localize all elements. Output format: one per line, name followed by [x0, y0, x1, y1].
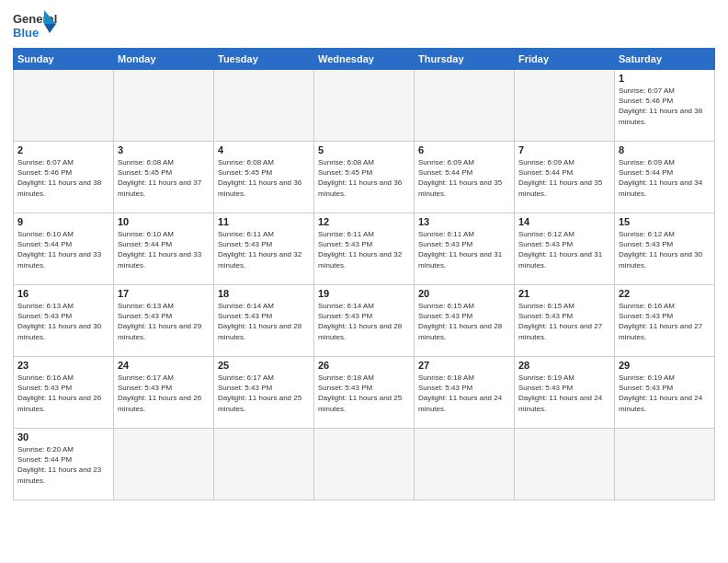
- day-info: Sunrise: 6:18 AMSunset: 5:43 PMDaylight:…: [318, 373, 410, 414]
- calendar-day-cell: [515, 429, 615, 500]
- calendar-day-cell: 13Sunrise: 6:11 AMSunset: 5:43 PMDayligh…: [415, 213, 515, 285]
- day-number: 29: [619, 360, 711, 371]
- weekday-header-thursday: Thursday: [415, 49, 515, 70]
- day-info: Sunrise: 6:12 AMSunset: 5:43 PMDaylight:…: [518, 229, 610, 270]
- day-info: Sunrise: 6:07 AMSunset: 5:46 PMDaylight:…: [619, 86, 711, 127]
- day-info: Sunrise: 6:16 AMSunset: 5:43 PMDaylight:…: [17, 373, 109, 414]
- day-number: 20: [418, 288, 510, 299]
- calendar-day-cell: 26Sunrise: 6:18 AMSunset: 5:43 PMDayligh…: [314, 357, 415, 429]
- calendar-day-cell: [214, 429, 314, 500]
- svg-text:Blue: Blue: [13, 26, 39, 40]
- calendar-day-cell: 17Sunrise: 6:13 AMSunset: 5:43 PMDayligh…: [114, 285, 214, 357]
- day-info: Sunrise: 6:13 AMSunset: 5:43 PMDaylight:…: [118, 301, 210, 342]
- day-number: 15: [619, 216, 711, 227]
- day-number: 4: [218, 144, 310, 155]
- calendar-week-row: 30Sunrise: 6:20 AMSunset: 5:44 PMDayligh…: [14, 429, 715, 500]
- calendar-day-cell: [314, 429, 415, 500]
- weekday-header-saturday: Saturday: [615, 49, 715, 70]
- day-info: Sunrise: 6:11 AMSunset: 5:43 PMDaylight:…: [318, 229, 410, 270]
- calendar-week-row: 9Sunrise: 6:10 AMSunset: 5:44 PMDaylight…: [14, 213, 715, 285]
- day-info: Sunrise: 6:20 AMSunset: 5:44 PMDaylight:…: [17, 444, 109, 486]
- calendar-day-cell: 21Sunrise: 6:15 AMSunset: 5:43 PMDayligh…: [515, 285, 615, 357]
- calendar-day-cell: 2Sunrise: 6:07 AMSunset: 5:46 PMDaylight…: [14, 142, 114, 213]
- calendar-day-cell: 28Sunrise: 6:19 AMSunset: 5:43 PMDayligh…: [515, 357, 615, 429]
- calendar-day-cell: 15Sunrise: 6:12 AMSunset: 5:43 PMDayligh…: [615, 213, 715, 285]
- calendar-day-cell: 16Sunrise: 6:13 AMSunset: 5:43 PMDayligh…: [14, 285, 114, 357]
- day-info: Sunrise: 6:08 AMSunset: 5:45 PMDaylight:…: [218, 157, 310, 199]
- day-number: 7: [518, 144, 610, 155]
- logo: GeneralBlue: [13, 9, 59, 42]
- calendar-day-cell: [14, 70, 114, 142]
- calendar-day-cell: [615, 429, 715, 500]
- day-number: 5: [318, 144, 410, 155]
- day-number: 16: [17, 288, 109, 299]
- calendar-day-cell: 23Sunrise: 6:16 AMSunset: 5:43 PMDayligh…: [14, 357, 114, 429]
- calendar-day-cell: [415, 70, 515, 142]
- day-info: Sunrise: 6:13 AMSunset: 5:43 PMDaylight:…: [17, 301, 109, 342]
- day-number: 21: [518, 288, 610, 299]
- calendar-day-cell: [515, 70, 615, 142]
- day-number: 9: [17, 216, 109, 227]
- day-info: Sunrise: 6:11 AMSunset: 5:43 PMDaylight:…: [218, 229, 310, 270]
- day-number: 8: [619, 144, 711, 155]
- weekday-header-wednesday: Wednesday: [314, 49, 415, 70]
- calendar-day-cell: 4Sunrise: 6:08 AMSunset: 5:45 PMDaylight…: [214, 142, 314, 213]
- day-number: 30: [17, 431, 109, 442]
- calendar: SundayMondayTuesdayWednesdayThursdayFrid…: [13, 48, 715, 500]
- calendar-day-cell: 9Sunrise: 6:10 AMSunset: 5:44 PMDaylight…: [14, 213, 114, 285]
- day-info: Sunrise: 6:17 AMSunset: 5:43 PMDaylight:…: [118, 373, 210, 414]
- day-info: Sunrise: 6:09 AMSunset: 5:44 PMDaylight:…: [518, 157, 610, 199]
- svg-marker-3: [44, 24, 56, 33]
- calendar-day-cell: 18Sunrise: 6:14 AMSunset: 5:43 PMDayligh…: [214, 285, 314, 357]
- weekday-header-row: SundayMondayTuesdayWednesdayThursdayFrid…: [14, 49, 715, 70]
- day-number: 10: [118, 216, 210, 227]
- day-number: 22: [619, 288, 711, 299]
- calendar-day-cell: 7Sunrise: 6:09 AMSunset: 5:44 PMDaylight…: [515, 142, 615, 213]
- day-number: 11: [218, 216, 310, 227]
- calendar-day-cell: 11Sunrise: 6:11 AMSunset: 5:43 PMDayligh…: [214, 213, 314, 285]
- day-info: Sunrise: 6:18 AMSunset: 5:43 PMDaylight:…: [418, 373, 510, 414]
- day-number: 27: [418, 360, 510, 371]
- day-number: 2: [17, 144, 109, 155]
- calendar-week-row: 23Sunrise: 6:16 AMSunset: 5:43 PMDayligh…: [14, 357, 715, 429]
- day-info: Sunrise: 6:14 AMSunset: 5:43 PMDaylight:…: [218, 301, 310, 342]
- calendar-day-cell: 24Sunrise: 6:17 AMSunset: 5:43 PMDayligh…: [114, 357, 214, 429]
- day-number: 18: [218, 288, 310, 299]
- day-number: 13: [418, 216, 510, 227]
- calendar-day-cell: 22Sunrise: 6:16 AMSunset: 5:43 PMDayligh…: [615, 285, 715, 357]
- calendar-day-cell: 8Sunrise: 6:09 AMSunset: 5:44 PMDaylight…: [615, 142, 715, 213]
- day-info: Sunrise: 6:16 AMSunset: 5:43 PMDaylight:…: [619, 301, 711, 342]
- calendar-day-cell: 19Sunrise: 6:14 AMSunset: 5:43 PMDayligh…: [314, 285, 415, 357]
- calendar-day-cell: [415, 429, 515, 500]
- day-info: Sunrise: 6:19 AMSunset: 5:43 PMDaylight:…: [518, 373, 610, 414]
- day-number: 28: [518, 360, 610, 371]
- calendar-week-row: 2Sunrise: 6:07 AMSunset: 5:46 PMDaylight…: [14, 142, 715, 213]
- day-number: 26: [318, 360, 410, 371]
- day-info: Sunrise: 6:15 AMSunset: 5:43 PMDaylight:…: [418, 301, 510, 342]
- day-number: 1: [619, 73, 711, 84]
- calendar-day-cell: 6Sunrise: 6:09 AMSunset: 5:44 PMDaylight…: [415, 142, 515, 213]
- day-number: 23: [17, 360, 109, 371]
- day-info: Sunrise: 6:11 AMSunset: 5:43 PMDaylight:…: [418, 229, 510, 270]
- day-info: Sunrise: 6:08 AMSunset: 5:45 PMDaylight:…: [118, 157, 210, 199]
- page: GeneralBlue SundayMondayTuesdayWednesday…: [0, 0, 728, 563]
- day-info: Sunrise: 6:10 AMSunset: 5:44 PMDaylight:…: [17, 229, 109, 270]
- day-number: 17: [118, 288, 210, 299]
- day-info: Sunrise: 6:09 AMSunset: 5:44 PMDaylight:…: [619, 157, 711, 199]
- day-number: 19: [318, 288, 410, 299]
- calendar-week-row: 1Sunrise: 6:07 AMSunset: 5:46 PMDaylight…: [14, 70, 715, 142]
- calendar-day-cell: 30Sunrise: 6:20 AMSunset: 5:44 PMDayligh…: [14, 429, 114, 500]
- day-info: Sunrise: 6:14 AMSunset: 5:43 PMDaylight:…: [318, 301, 410, 342]
- day-info: Sunrise: 6:10 AMSunset: 5:44 PMDaylight:…: [118, 229, 210, 270]
- calendar-day-cell: [114, 70, 214, 142]
- day-info: Sunrise: 6:15 AMSunset: 5:43 PMDaylight:…: [518, 301, 610, 342]
- calendar-day-cell: [314, 70, 415, 142]
- calendar-day-cell: 12Sunrise: 6:11 AMSunset: 5:43 PMDayligh…: [314, 213, 415, 285]
- calendar-day-cell: 1Sunrise: 6:07 AMSunset: 5:46 PMDaylight…: [615, 70, 715, 142]
- day-number: 3: [118, 144, 210, 155]
- calendar-day-cell: 3Sunrise: 6:08 AMSunset: 5:45 PMDaylight…: [114, 142, 214, 213]
- calendar-day-cell: 29Sunrise: 6:19 AMSunset: 5:43 PMDayligh…: [615, 357, 715, 429]
- calendar-day-cell: 10Sunrise: 6:10 AMSunset: 5:44 PMDayligh…: [114, 213, 214, 285]
- calendar-day-cell: 14Sunrise: 6:12 AMSunset: 5:43 PMDayligh…: [515, 213, 615, 285]
- day-number: 12: [318, 216, 410, 227]
